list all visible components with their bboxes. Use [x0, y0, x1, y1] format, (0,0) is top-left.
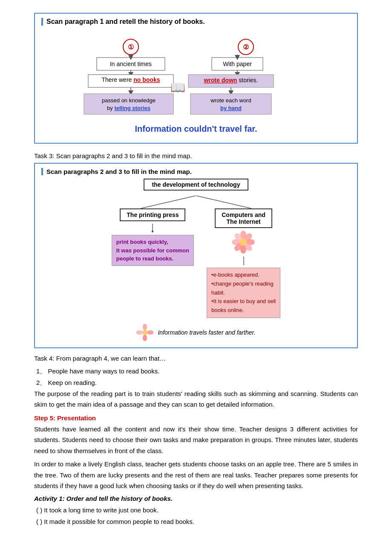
mm-col-internet: Computers and The Internet: [207, 208, 280, 318]
task3-label: Task 3: Scan paragraphs 2 and 3 to fill …: [34, 152, 358, 159]
mind-map-title: Scan paragraphs 2 and 3 to fill in the m…: [41, 168, 351, 175]
svg-text:wrote each word: wrote each word: [210, 97, 251, 104]
diagram1-box: Scan paragraph 1 and retell the history …: [34, 13, 358, 144]
svg-text:📖: 📖: [170, 81, 185, 95]
svg-text:In ancient times: In ancient times: [110, 61, 152, 67]
svg-text:There were no books: There were no books: [102, 76, 160, 83]
step5-para1: Students have learned all the content an…: [34, 424, 358, 457]
mm-middle-row: The printing press print books quickly, …: [112, 208, 280, 318]
svg-text:②: ②: [243, 43, 249, 51]
mm-flower-icon: [232, 231, 255, 254]
svg-point-43: [147, 330, 153, 335]
svg-line-25: [141, 196, 196, 208]
svg-point-37: [240, 239, 247, 246]
activity1-item2: ( ) It made it possible for common peopl…: [36, 516, 358, 527]
task4-item2: 2、 Keep on reading.: [36, 377, 358, 388]
mind-map-inner: the development of technology The printi…: [41, 179, 351, 341]
purpose-text: The purpose of the reading part is to tr…: [34, 388, 358, 410]
mm-bottom-text: Information travels faster and farther.: [158, 329, 255, 336]
mm-top-node: the development of technology: [144, 179, 249, 191]
history-flow-diagram: ① ② In ancient times With paper There we…: [41, 30, 351, 121]
svg-point-42: [136, 330, 143, 335]
mm-printing-desc: print books quickly, It was possible for…: [112, 235, 194, 266]
mm-internet-node: Computers and The Internet: [215, 208, 272, 228]
svg-text:wrote down stories.: wrote down stories.: [204, 77, 258, 84]
svg-text:by telling stories: by telling stories: [107, 105, 150, 111]
mm-lines-top: [68, 196, 324, 208]
svg-text:With paper: With paper: [223, 61, 252, 67]
svg-text:①: ①: [128, 43, 134, 51]
mm-printing-node: The printing press: [120, 208, 185, 221]
task4-item1: 1、 People have many ways to read books.: [36, 365, 358, 377]
mm-bottom-flower-icon: [136, 324, 153, 341]
step5-heading: Step 5: Presentation: [34, 414, 358, 422]
svg-text:by hand: by hand: [220, 105, 242, 111]
mm-arrow-internet: [243, 257, 245, 265]
svg-text:passed on knowledge: passed on knowledge: [102, 97, 156, 104]
diagram1-title: Scan paragraph 1 and retell the history …: [41, 18, 351, 26]
mm-internet-desc: •e-books appeared. •change people's read…: [207, 268, 280, 318]
mm-arrow-printing: [152, 224, 153, 232]
svg-line-26: [196, 196, 251, 208]
mind-map-box: Scan paragraphs 2 and 3 to fill in the m…: [34, 163, 358, 348]
svg-point-44: [142, 330, 147, 335]
task4-label: Task 4: From paragraph 4, we can learn t…: [34, 355, 358, 362]
activity1-item1: ( ) It took a long time to write just on…: [36, 504, 358, 516]
mm-bottom-row: Information travels faster and farther.: [136, 324, 255, 341]
svg-point-40: [143, 324, 147, 330]
info-travel-text: Information couldn't travel far.: [41, 124, 351, 134]
step5-para2: In order to make a lively English class,…: [34, 459, 358, 491]
mm-col-printing: The printing press print books quickly, …: [112, 208, 194, 266]
activity1-heading: Activity 1: Order and tell the history o…: [34, 495, 358, 502]
svg-point-41: [143, 335, 147, 341]
